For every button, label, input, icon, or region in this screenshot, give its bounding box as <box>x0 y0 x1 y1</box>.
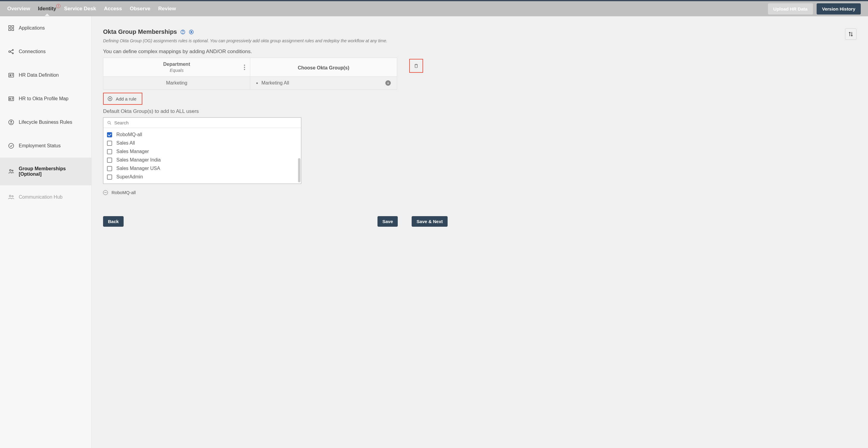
save-next-button[interactable]: Save & Next <box>412 216 447 227</box>
option-sales-manager-india[interactable]: Sales Manager India <box>107 156 298 164</box>
option-label: Sales Manager <box>116 149 149 154</box>
page-title: Okta Group Memberships <box>103 28 177 35</box>
sidebar-item-label: Employment Status <box>19 143 61 148</box>
nav-overview[interactable]: Overview <box>7 6 30 12</box>
checkbox-icon[interactable] <box>107 174 112 180</box>
nav-identity-label: Identity <box>38 6 56 11</box>
checkbox-icon[interactable] <box>107 158 112 163</box>
delete-rule-button[interactable] <box>409 59 423 73</box>
remove-chip-icon[interactable] <box>103 190 108 195</box>
option-label: Sales Manager USA <box>116 166 160 171</box>
option-robomq-all[interactable]: RoboMQ-all <box>107 130 298 139</box>
sidebar-item-employment-status[interactable]: Employment Status <box>0 134 91 158</box>
sidebar-item-hr-okta-profile-map[interactable]: HR to Okta Profile Map <box>0 87 91 110</box>
sidebar-item-label: Group Memberships [Optional] <box>19 166 84 177</box>
active-tab-caret <box>45 13 50 16</box>
sidebar-item-lifecycle-rules[interactable]: Lifecycle Business Rules <box>0 110 91 134</box>
attribute-operator: Equals <box>108 68 245 73</box>
nav-identity[interactable]: Identity ! <box>38 6 56 12</box>
people-icon <box>8 194 14 201</box>
sidebar-item-group-memberships[interactable]: Group Memberships [Optional] <box>0 158 91 185</box>
svg-point-8 <box>10 74 11 75</box>
svg-rect-2 <box>9 29 10 31</box>
scrollbar-thumb[interactable] <box>298 158 301 182</box>
rule-attribute-header[interactable]: Department Equals <box>103 58 250 76</box>
svg-point-22 <box>108 121 110 124</box>
nav-review[interactable]: Review <box>158 6 176 12</box>
sidebar-item-label: HR to Okta Profile Map <box>19 96 69 101</box>
add-rule-label: Add a rule <box>116 96 136 101</box>
option-label: Sales Manager India <box>116 157 161 163</box>
choose-group-label: Choose Okta Group(s) <box>255 62 392 71</box>
svg-rect-0 <box>9 26 10 28</box>
check-circle-icon <box>8 142 14 149</box>
attribute-label: Department <box>108 62 245 67</box>
sidebar-item-label: Communication Hub <box>19 195 63 200</box>
svg-rect-3 <box>12 29 13 31</box>
play-icon[interactable] <box>189 29 194 35</box>
option-superadmin[interactable]: SuperAdmin <box>107 173 298 181</box>
id-card-icon <box>8 72 14 78</box>
kebab-menu-icon[interactable] <box>244 65 245 70</box>
sidebar-item-label: Lifecycle Business Rules <box>19 119 72 125</box>
rule-table: Department Equals Choose Okta Group(s) M… <box>103 58 397 90</box>
profile-map-icon <box>8 95 14 102</box>
search-row <box>103 118 301 128</box>
svg-point-17 <box>12 196 13 197</box>
checkbox-icon[interactable] <box>107 141 112 146</box>
checkbox-icon[interactable] <box>107 166 112 171</box>
svg-rect-1 <box>12 26 13 28</box>
nav-service-desk[interactable]: Service Desk <box>64 6 96 12</box>
add-rule-button[interactable]: Add a rule <box>103 93 142 105</box>
selected-chip-label: RoboMQ-all <box>112 190 136 195</box>
svg-rect-7 <box>9 73 14 77</box>
bullet-icon <box>256 82 258 84</box>
lifecycle-icon <box>8 119 14 126</box>
options-list[interactable]: RoboMQ-all Sales All Sales Manager Sales… <box>103 128 301 183</box>
version-history-button[interactable]: Version History <box>817 3 861 14</box>
sidebar-item-hr-data-definition[interactable]: HR Data Definition <box>0 63 91 87</box>
option-label: SuperAdmin <box>116 174 143 180</box>
sidebar: Applications Connections HR Data Definit… <box>0 16 92 448</box>
checkbox-icon[interactable] <box>107 149 112 154</box>
connections-icon <box>8 48 14 55</box>
back-button[interactable]: Back <box>103 216 124 227</box>
option-label: Sales All <box>116 140 135 146</box>
checkbox-icon[interactable] <box>107 132 112 137</box>
nav-observe[interactable]: Observe <box>130 6 151 12</box>
svg-point-5 <box>12 49 13 51</box>
svg-point-11 <box>9 120 14 125</box>
default-groups-combobox[interactable]: RoboMQ-all Sales All Sales Manager Sales… <box>103 117 301 184</box>
nav-access[interactable]: Access <box>104 6 122 12</box>
sidebar-item-label: Connections <box>19 49 45 54</box>
search-input[interactable] <box>114 120 298 125</box>
sidebar-item-applications[interactable]: Applications <box>0 16 91 40</box>
selected-group-chip: RoboMQ-all <box>103 190 857 195</box>
add-group-icon[interactable]: + <box>385 80 391 86</box>
main-content: Okta Group Memberships Defining Okta Gro… <box>92 16 868 448</box>
subheading: You can define complex mappings by addin… <box>103 48 857 55</box>
help-icon[interactable] <box>180 29 186 35</box>
choose-group-header: Choose Okta Group(s) <box>250 58 397 76</box>
attribute-value: Marketing <box>166 80 187 86</box>
sidebar-item-label: HR Data Definition <box>19 72 59 78</box>
option-sales-manager-usa[interactable]: Sales Manager USA <box>107 164 298 173</box>
svg-point-6 <box>12 53 13 54</box>
svg-point-16 <box>9 195 11 197</box>
alert-icon: ! <box>56 4 60 8</box>
svg-point-15 <box>12 170 13 171</box>
save-button[interactable]: Save <box>377 216 398 227</box>
upload-hr-data-button[interactable]: Upload HR Data <box>768 3 813 14</box>
sidebar-item-communication-hub[interactable]: Communication Hub <box>0 185 91 209</box>
default-groups-label: Default Okta Group(s) to add to ALL user… <box>103 108 857 114</box>
reorder-button[interactable] <box>845 28 857 40</box>
group-value-cell[interactable]: Marketing All + <box>250 77 397 89</box>
svg-point-14 <box>10 170 11 171</box>
sidebar-item-connections[interactable]: Connections <box>0 40 91 63</box>
grid-icon <box>8 25 14 31</box>
top-navigation-bar: Overview Identity ! Service Desk Access … <box>0 1 868 16</box>
option-sales-all[interactable]: Sales All <box>107 139 298 147</box>
option-sales-manager[interactable]: Sales Manager <box>107 147 298 156</box>
attribute-value-cell[interactable]: Marketing <box>103 77 250 89</box>
svg-point-10 <box>10 98 11 99</box>
